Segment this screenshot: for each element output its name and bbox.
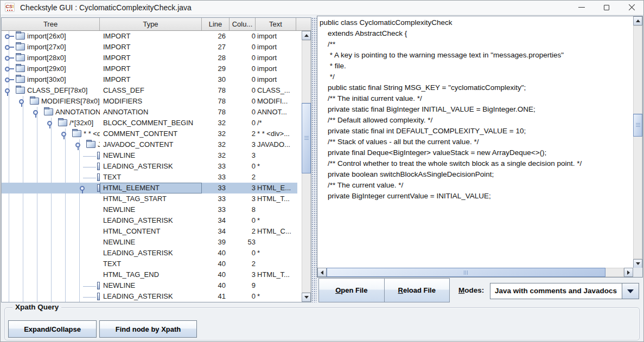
modes-dropdown[interactable]: Java with comments and Javadocs bbox=[490, 283, 639, 299]
cell-line: 32 bbox=[202, 150, 229, 161]
code-line: extends AbstractCheck { bbox=[320, 28, 633, 39]
tree-toggle-handle[interactable] bbox=[5, 44, 14, 53]
table-row[interactable]: CLASS_DEF[78x0]CLASS_DEF780CLASS_... bbox=[2, 85, 297, 96]
tree-node-label: import[29x0] bbox=[27, 63, 66, 74]
tree-toggle-handle[interactable] bbox=[80, 185, 88, 193]
open-file-button[interactable]: Open File bbox=[319, 279, 384, 302]
table-row[interactable]: LEADING_ASTERISK340* bbox=[2, 215, 297, 226]
table-row[interactable]: NEWLINE323 bbox=[2, 150, 297, 161]
column-header-tree[interactable]: Tree bbox=[2, 18, 100, 30]
code-editor[interactable]: public class CyclomaticComplexityCheck e… bbox=[317, 16, 633, 268]
cell-column: 0 bbox=[229, 215, 256, 226]
expand-collapse-button[interactable]: Expand/Collapse bbox=[8, 320, 97, 338]
modes-selected-value: Java with comments and Javadocs bbox=[490, 283, 622, 299]
table-row[interactable]: ANNOTATION[78x0]ANNOTATION780ANNOT... bbox=[2, 107, 297, 118]
tree-toggle-handle[interactable] bbox=[5, 66, 14, 74]
close-button[interactable] bbox=[619, 0, 644, 15]
column-header-line[interactable]: Line bbox=[202, 18, 229, 30]
tree-node-label: ANNOTATION[78x0] bbox=[55, 107, 100, 118]
tree-toggle-handle[interactable] bbox=[5, 87, 14, 96]
folder-icon bbox=[72, 130, 81, 137]
code-line: private BigInteger currentValue = INITIA… bbox=[320, 191, 633, 202]
column-header-type[interactable]: Type bbox=[100, 18, 202, 30]
scroll-up-button[interactable] bbox=[633, 16, 642, 25]
table-row[interactable]: NEWLINE338 bbox=[2, 204, 297, 215]
minimize-button[interactable] bbox=[569, 0, 594, 15]
find-node-by-xpath-button[interactable]: Find node by Xpath bbox=[99, 320, 197, 338]
cell-tree: ANNOTATION[78x0] bbox=[2, 107, 100, 118]
table-row[interactable]: HTML_CONTENT342HTML_C... bbox=[2, 226, 297, 237]
cell-tree bbox=[2, 226, 100, 237]
tree-toggle-handle[interactable] bbox=[33, 109, 42, 118]
scroll-left-button[interactable] bbox=[317, 268, 327, 277]
cell-text bbox=[256, 204, 296, 215]
table-row[interactable]: TEXT402 bbox=[2, 259, 297, 269]
table-row[interactable]: HTML_ELEMENT333HTML_E... bbox=[2, 183, 297, 193]
tree-node-label: import[30x0] bbox=[27, 74, 66, 85]
split-divider[interactable] bbox=[311, 17, 317, 302]
table-row[interactable]: LEADING_ASTERISK400* bbox=[2, 248, 297, 259]
scrollbar-thumb[interactable] bbox=[302, 103, 311, 173]
tree-toggle-handle[interactable] bbox=[5, 76, 14, 85]
cell-column: 0 bbox=[229, 85, 256, 96]
table-row[interactable]: LEADING_ASTERISK330* bbox=[2, 161, 297, 172]
tree-node-label: import[27x0] bbox=[27, 42, 66, 53]
scrollbar-thumb[interactable] bbox=[327, 268, 605, 277]
cell-line: 33 bbox=[202, 193, 229, 204]
find-node-label: Find node by Xpath bbox=[116, 325, 181, 333]
cell-tree bbox=[2, 215, 100, 226]
tree-toggle-handle[interactable] bbox=[5, 33, 14, 42]
tree-toggle-handle[interactable] bbox=[61, 131, 70, 139]
tree-toggle-handle[interactable] bbox=[47, 120, 56, 128]
cell-column: 53 bbox=[229, 237, 256, 248]
column-header-column[interactable]: Colu... bbox=[229, 18, 256, 30]
tree-node-label: import[26x0] bbox=[27, 31, 66, 42]
cell-text bbox=[256, 237, 296, 248]
table-row[interactable]: HTML_TAG_START333HTML_T... bbox=[2, 193, 297, 204]
table-row[interactable]: NEWLINE409 bbox=[2, 280, 297, 291]
code-horizontal-scrollbar[interactable] bbox=[317, 268, 633, 277]
table-row[interactable]: import[27x0]IMPORT270import bbox=[2, 42, 297, 53]
dropdown-arrow-button[interactable] bbox=[622, 283, 639, 299]
table-row[interactable]: * * <div>...COMMENT_CONTENT322* * <div>.… bbox=[2, 128, 297, 139]
table-row[interactable]: HTML_TAG_END403HTML_T... bbox=[2, 269, 297, 280]
cell-type: LEADING_ASTERISK bbox=[100, 248, 202, 259]
cell-type: IMPORT bbox=[100, 42, 202, 53]
table-row[interactable]: /*[32x0]BLOCK_COMMENT_BEGIN320/* bbox=[2, 118, 297, 128]
scrollbar-thumb[interactable] bbox=[633, 114, 642, 137]
tree-toggle-handle[interactable] bbox=[5, 55, 14, 63]
table-row[interactable]: JAVADOC_CONTENT[32x3]JAVADOC_CONTENT323J… bbox=[2, 139, 297, 150]
tree-toggle-handle[interactable] bbox=[75, 141, 84, 150]
title-bar[interactable]: CS! Checkstyle GUI : CyclomaticComplexit… bbox=[0, 0, 644, 15]
reload-file-button[interactable]: Reload File bbox=[384, 279, 450, 302]
scroll-up-button[interactable] bbox=[302, 31, 311, 40]
cell-column: 3 bbox=[229, 193, 256, 204]
scroll-down-button[interactable] bbox=[633, 259, 642, 268]
tree-connector-dash bbox=[83, 297, 96, 298]
scrollbar-track[interactable] bbox=[633, 25, 642, 259]
table-row[interactable]: import[29x0]IMPORT290import bbox=[2, 63, 297, 74]
code-line: private final Deque<BigInteger> valueSta… bbox=[320, 147, 633, 158]
tree-connector-dash bbox=[83, 156, 96, 157]
table-row[interactable]: import[28x0]IMPORT280import bbox=[2, 53, 297, 63]
cell-type: IMPORT bbox=[100, 63, 202, 74]
table-row[interactable]: NEWLINE3953 bbox=[2, 237, 297, 248]
scroll-down-button[interactable] bbox=[302, 293, 311, 302]
tree-toggle-handle[interactable] bbox=[19, 98, 28, 107]
cell-tree bbox=[2, 248, 100, 259]
table-row[interactable]: TEXT332 bbox=[2, 172, 297, 183]
column-header-text[interactable]: Text bbox=[256, 18, 296, 30]
cell-column: 2 bbox=[229, 172, 256, 183]
scroll-right-button[interactable] bbox=[624, 268, 633, 277]
cell-column: 2 bbox=[229, 128, 256, 139]
table-row[interactable]: LEADING_ASTERISK410* bbox=[2, 291, 297, 302]
cell-line: 40 bbox=[202, 248, 229, 259]
cell-tree bbox=[2, 204, 100, 215]
table-row[interactable]: import[26x0]IMPORT260import bbox=[2, 31, 297, 42]
tree-vertical-scrollbar[interactable] bbox=[302, 31, 311, 302]
table-row[interactable]: import[30x0]IMPORT300import bbox=[2, 74, 297, 85]
maximize-button[interactable] bbox=[594, 0, 619, 15]
table-row[interactable]: MODIFIERS[78x0]MODIFIERS780MODIFI... bbox=[2, 96, 297, 107]
code-vertical-scrollbar[interactable] bbox=[633, 16, 642, 268]
cell-line: 39 bbox=[202, 237, 229, 248]
